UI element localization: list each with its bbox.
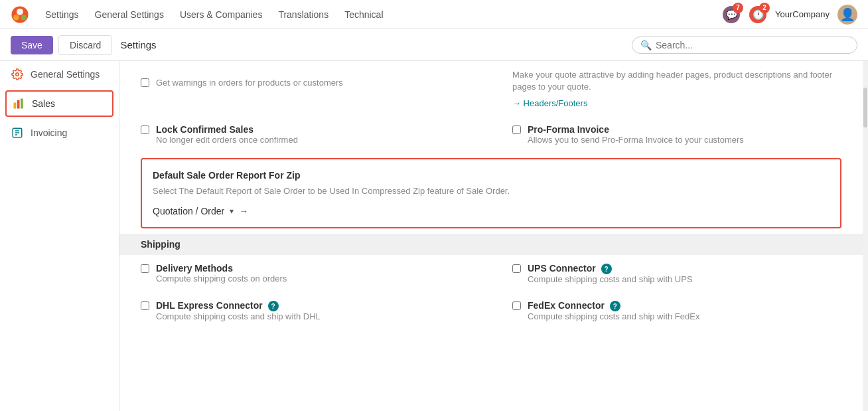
messages-button[interactable]: 💬 7 [722, 5, 741, 24]
nav-translations[interactable]: Translations [278, 7, 328, 23]
nav-right-area: 💬 7 🕐 2 YourCompany 👤 [722, 5, 857, 25]
warning-desc: Get warnings in orders for products or c… [156, 77, 343, 89]
pro-forma-content: Pro-Forma Invoice Allows you to send Pro… [528, 124, 744, 145]
svg-rect-5 [14, 103, 17, 109]
activities-button[interactable]: 🕐 2 [749, 5, 767, 24]
app-logo[interactable] [11, 5, 29, 24]
shipping-grid: Delivery Methods Compute shipping costs … [119, 255, 863, 330]
company-name[interactable]: YourCompany [775, 9, 830, 19]
ups-connector-title: UPS Connector ? [528, 263, 693, 274]
dhl-connector-row: DHL Express Connector ? Compute shipping… [119, 292, 491, 329]
scrollbar-thumb[interactable] [863, 88, 867, 127]
message-badge: 7 [733, 3, 743, 13]
lock-confirmed-content: Lock Confirmed Sales No longer edit orde… [156, 124, 298, 145]
toolbar: Save Discard Settings 🔍 [0, 29, 868, 61]
nav-general-settings[interactable]: General Settings [95, 7, 164, 23]
pro-forma-checkbox[interactable] [512, 125, 521, 134]
main-layout: General Settings Sales Invo [0, 61, 868, 411]
right-headers: Make your quote attractive by adding hea… [491, 61, 863, 116]
ups-connector-desc: Compute shipping costs and ship with UPS [528, 274, 693, 284]
sidebar-item-invoicing[interactable]: Invoicing [0, 120, 119, 146]
fedex-connector-checkbox[interactable] [512, 301, 521, 310]
ups-connector-checkbox[interactable] [512, 264, 521, 273]
top-nav: Settings General Settings Users & Compan… [0, 0, 868, 29]
fedex-connector-row: FedEx Connector ? Compute shipping costs… [491, 292, 863, 329]
user-avatar[interactable]: 👤 [837, 5, 857, 25]
delivery-methods-title: Delivery Methods [156, 263, 287, 274]
fedex-help-icon[interactable]: ? [610, 301, 620, 311]
warning-checkbox[interactable] [141, 78, 149, 87]
delivery-methods-checkbox[interactable] [141, 264, 149, 273]
nav-users-companies[interactable]: Users & Companies [180, 7, 263, 23]
search-bar[interactable]: 🔍 [632, 37, 857, 54]
svg-point-4 [16, 73, 19, 76]
dropdown-arrow-icon[interactable]: ▾ [230, 206, 234, 216]
dhl-connector-checkbox[interactable] [141, 301, 149, 310]
discard-button[interactable]: Discard [58, 35, 112, 55]
report-ext-link[interactable]: → [239, 206, 248, 216]
pro-forma-row: Pro-Forma Invoice Allows you to send Pro… [491, 116, 863, 153]
dropdown-row: Quotation / Order ▾ → [153, 206, 830, 216]
headers-desc: Make your quote attractive by adding hea… [512, 69, 841, 93]
ups-connector-content: UPS Connector ? Compute shipping costs a… [528, 263, 693, 284]
content-area: Get warnings in orders for products or c… [119, 61, 863, 411]
nav-technical[interactable]: Technical [344, 7, 383, 23]
sidebar-label-sales: Sales [32, 98, 55, 109]
page-title: Settings [120, 39, 156, 50]
lock-proforma-row: Lock Confirmed Sales No longer edit orde… [119, 116, 863, 153]
sidebar: General Settings Sales Invo [0, 61, 119, 411]
lock-confirmed-title: Lock Confirmed Sales [156, 124, 298, 135]
top-warnings-row: Get warnings in orders for products or c… [119, 61, 863, 116]
sidebar-item-general-settings[interactable]: General Settings [0, 61, 119, 88]
svg-rect-6 [17, 100, 20, 109]
dhl-connector-title: DHL Express Connector ? [156, 300, 321, 311]
search-input[interactable] [656, 40, 849, 50]
dropdown-label: Quotation / Order [153, 206, 224, 216]
svg-point-2 [13, 15, 19, 20]
settings-area: Get warnings in orders for products or c… [119, 61, 863, 329]
delivery-methods-row: Delivery Methods Compute shipping costs … [119, 255, 491, 292]
pro-forma-desc: Allows you to send Pro-Forma Invoice to … [528, 135, 744, 145]
scrollbar-right[interactable] [863, 61, 868, 411]
headers-link[interactable]: → Headers/Footers [512, 98, 841, 108]
lock-confirmed-row: Lock Confirmed Sales No longer edit orde… [119, 116, 491, 153]
lock-confirmed-desc: No longer edit orders once confirmed [156, 135, 298, 145]
svg-rect-7 [21, 99, 23, 109]
pro-forma-title: Pro-Forma Invoice [528, 124, 744, 135]
svg-point-1 [17, 8, 23, 15]
ups-connector-row: UPS Connector ? Compute shipping costs a… [491, 255, 863, 292]
ups-help-icon[interactable]: ? [601, 264, 612, 274]
warning-content: Get warnings in orders for products or c… [156, 77, 343, 89]
dhl-help-icon[interactable]: ? [268, 301, 279, 311]
left-warning: Get warnings in orders for products or c… [119, 61, 491, 116]
fedex-connector-content: FedEx Connector ? Compute shipping costs… [528, 300, 699, 321]
gear-icon [11, 68, 24, 81]
delivery-methods-content: Delivery Methods Compute shipping costs … [156, 263, 287, 284]
shipping-section-header: Shipping [119, 234, 863, 255]
default-report-desc: Select The Default Report of Sale Order … [153, 185, 830, 198]
default-report-box: Default Sale Order Report For Zip Select… [141, 158, 841, 228]
delivery-methods-desc: Compute shipping costs on orders [156, 274, 287, 284]
lock-confirmed-checkbox[interactable] [141, 125, 149, 134]
sidebar-label-invoicing: Invoicing [31, 127, 67, 138]
fedex-connector-title: FedEx Connector ? [528, 300, 699, 311]
sidebar-label-general: General Settings [31, 69, 100, 80]
fedex-connector-desc: Compute shipping costs and ship with Fed… [528, 311, 699, 321]
default-report-title: Default Sale Order Report For Zip [153, 170, 830, 181]
sidebar-item-sales[interactable]: Sales [5, 90, 113, 117]
warning-check-row: Get warnings in orders for products or c… [141, 69, 470, 89]
activity-badge: 2 [759, 3, 770, 13]
invoice-icon [11, 126, 24, 139]
svg-point-3 [21, 15, 26, 20]
dhl-connector-content: DHL Express Connector ? Compute shipping… [156, 300, 321, 321]
chart-icon [12, 97, 25, 110]
search-icon: 🔍 [640, 40, 652, 50]
dhl-connector-desc: Compute shipping costs and ship with DHL [156, 311, 321, 321]
save-button[interactable]: Save [11, 36, 53, 54]
nav-settings[interactable]: Settings [45, 7, 79, 23]
